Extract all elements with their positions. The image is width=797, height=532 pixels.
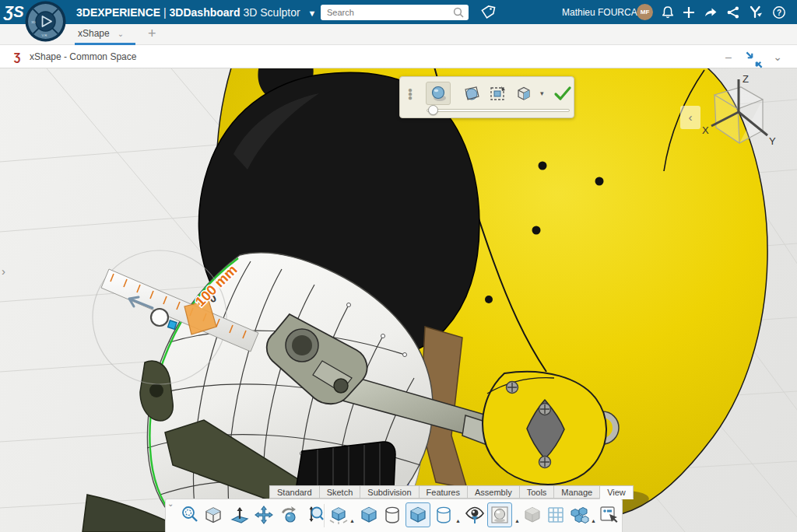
window-menu-chevron[interactable]: ⌄ (769, 48, 786, 65)
3d-viewport[interactable]: 0 100 mm ●●● ▾ (0, 68, 797, 532)
hide-show-icon[interactable] (465, 505, 485, 525)
shaded-cube-selected-icon (408, 505, 428, 525)
chevron-more-icon[interactable]: ▲ (349, 518, 355, 523)
sectioning-icon[interactable] (599, 505, 619, 525)
wireframe-cylinder-icon[interactable] (382, 505, 402, 525)
fit-all-icon[interactable] (180, 505, 200, 525)
xshape-application-window: ƷS 3DEXPERIENCE | 3DDashboard 3D Sculpto… (0, 0, 797, 532)
browser-tab-bar: xShape⌄ + (0, 24, 797, 45)
cube-mode-icon (514, 84, 533, 103)
compass-vr-label: V.R (42, 33, 47, 37)
left-panel-expand-chevron[interactable]: › (2, 264, 5, 278)
search-box[interactable] (321, 5, 469, 20)
minimize-button[interactable]: – (720, 48, 737, 65)
pan-icon[interactable] (254, 505, 274, 525)
chevron-down-icon[interactable]: ⌄ (118, 30, 124, 38)
cube-mode-button[interactable] (511, 82, 536, 105)
tab-features[interactable]: Features (419, 485, 467, 499)
chevron-more-icon[interactable]: ▲ (514, 518, 520, 523)
ok-check-icon[interactable] (553, 83, 573, 103)
3ds-logo: ƷS (4, 3, 24, 21)
tab-manage[interactable]: Manage (553, 485, 599, 499)
compass-3d-label: 3D (31, 20, 36, 24)
tab-assembly[interactable]: Assembly (467, 485, 519, 499)
share-icon[interactable] (726, 5, 740, 19)
3d-compass[interactable]: 3D V.R (25, 1, 66, 42)
plus-icon[interactable] (682, 5, 696, 19)
tag-icon[interactable] (479, 4, 497, 21)
search-icon (453, 7, 464, 18)
tab-subdivision[interactable]: Subdivision (360, 485, 418, 499)
rotate-icon[interactable] (279, 505, 299, 525)
cylinder-mode-icon[interactable] (434, 505, 454, 525)
app-switcher[interactable]: 3DEXPERIENCE | 3DDashboard 3D Sculptor ▼ (76, 6, 316, 19)
cage-display-button[interactable] (459, 82, 484, 105)
slider-knob[interactable] (428, 105, 438, 115)
axis-z-label: Z (743, 73, 749, 85)
view-toolbar: ⌄ ▲ ▲ ▲ ▲ (165, 499, 623, 532)
handle-square[interactable] (168, 320, 177, 329)
shaded-edges-icon[interactable] (328, 505, 349, 525)
ambience-sphere-icon (490, 505, 510, 525)
multi-instance-icon[interactable] (569, 505, 589, 525)
flat-cube-icon[interactable] (522, 505, 542, 525)
toolbar-separator (324, 504, 325, 527)
tab-xshape[interactable]: xShape⌄ (78, 28, 124, 39)
normal-to-icon[interactable] (230, 505, 250, 525)
tab-tools[interactable]: Tools (519, 485, 554, 499)
context-toolbar: ●●● ▾ (399, 76, 574, 118)
chevron-more-icon[interactable]: ▲ (591, 518, 596, 523)
chevron-down-icon[interactable]: ▾ (540, 89, 544, 97)
avatar[interactable]: MF (637, 4, 653, 20)
tab-standard[interactable]: Standard (269, 485, 319, 499)
sphere-shaded-icon (430, 85, 448, 103)
xshape-app-icon: Ʒ (11, 51, 23, 63)
svg-text:?: ? (777, 9, 781, 17)
toolbar-collapse-chevron[interactable]: ⌄ (167, 499, 174, 508)
helmet-3d-model[interactable]: 0 100 mm (0, 68, 797, 532)
brand-3ddashboard: 3DDashboard (170, 6, 241, 19)
selection-box-icon (489, 84, 507, 103)
restore-window-button[interactable] (746, 51, 763, 68)
shaded-cube-selected-button[interactable] (406, 502, 430, 527)
brand-app-name: 3D Sculptor (244, 6, 300, 19)
axis-y-label: Y (769, 135, 776, 147)
window-title: xShape - Common Space (30, 51, 136, 62)
smoothness-slider[interactable] (427, 105, 570, 114)
brand-3dexperience: 3DEXPERIENCE (76, 6, 160, 19)
triad-collapse-chevron[interactable]: ‹ (680, 106, 700, 129)
handle-circle[interactable] (151, 309, 168, 326)
selection-set-button[interactable] (486, 82, 511, 105)
help-icon[interactable]: ? (772, 5, 786, 19)
iso-view-icon[interactable] (203, 505, 223, 525)
tab-sketch[interactable]: Sketch (319, 485, 360, 499)
axis-triad[interactable]: Z X Y (691, 72, 781, 156)
shaded-cube-icon[interactable] (359, 505, 379, 525)
forward-icon[interactable] (704, 5, 718, 19)
brand-separator: | (163, 6, 167, 19)
top-bar: ƷS 3DEXPERIENCE | 3DDashboard 3D Sculpto… (0, 0, 797, 24)
cage-sphere-icon (462, 84, 481, 103)
chevron-down-icon[interactable]: ▼ (308, 9, 317, 18)
bell-icon[interactable] (661, 5, 675, 19)
zoom-icon[interactable] (304, 505, 325, 525)
grid-icon[interactable] (546, 505, 566, 525)
new-tab-button[interactable]: + (148, 26, 156, 42)
slider-track[interactable] (427, 109, 570, 112)
sphere-shaded-button[interactable] (426, 82, 451, 105)
chevron-more-icon[interactable]: ▲ (455, 518, 461, 523)
search-input[interactable] (327, 5, 448, 19)
swym-icon[interactable] (749, 5, 763, 19)
axis-x-label: X (702, 124, 709, 136)
drag-handle[interactable]: ●●● (408, 88, 411, 100)
action-bar-tabs: Standard Sketch Subdivision Features Ass… (269, 485, 634, 499)
app-window-header: Ʒ xShape - Common Space – ⌄ (0, 45, 797, 68)
tab-view[interactable]: View (599, 485, 634, 499)
ambience-button[interactable] (487, 502, 512, 527)
